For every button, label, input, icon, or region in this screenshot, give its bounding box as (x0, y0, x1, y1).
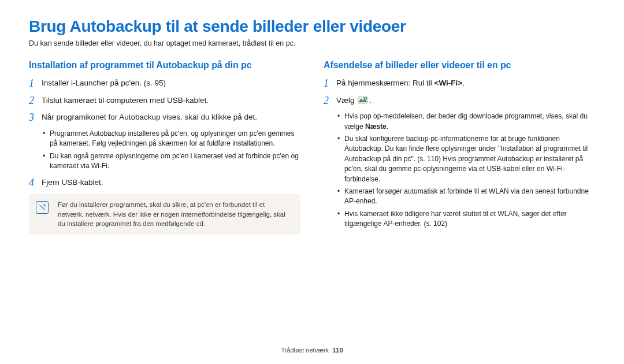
step-text: På hjemmeskærmen: Rul til <Wi-Fi>. (336, 77, 595, 89)
list-item: Kameraet forsøger automatisk at forbinde… (337, 187, 595, 207)
right-heading: Afsendelse af billeder eller videoer til… (324, 60, 595, 70)
wifi-label: <Wi-Fi> (434, 79, 463, 87)
svg-point-3 (365, 98, 366, 99)
page-title: Brug Autobackup til at sende billeder el… (29, 17, 595, 36)
step-text: Installer i-Launcher på pc'en. (s. 95) (42, 77, 300, 89)
left-column: Installation af programmet til Autobacku… (29, 60, 300, 235)
page-intro: Du kan sende billeder eller videoer, du … (29, 39, 595, 47)
right-step-2: 2 Vælg . (324, 95, 595, 107)
left-step-4: 4 Fjern USB-kablet. (29, 177, 300, 190)
note-box: Før du installerer programmet, skal du s… (29, 194, 300, 235)
list-item: Du kan også gemme oplysningerne om pc'en… (43, 151, 300, 172)
autobackup-icon (358, 96, 368, 107)
note-text: Før du installerer programmet, skal du s… (58, 201, 285, 227)
step-number: 1 (324, 77, 336, 90)
right-step-2-sublist: Hvis pop op-meddelelsen, der beder dig d… (337, 112, 595, 229)
footer-page-number: 110 (332, 347, 343, 354)
step-text: Tilslut kameraet til computeren med USB-… (42, 95, 300, 106)
page-footer: Trådløst netværk 110 (0, 347, 624, 354)
left-step-1: 1 Installer i-Launcher på pc'en. (s. 95) (29, 77, 300, 90)
step-text: Vælg . (336, 95, 595, 107)
right-step-1: 1 På hjemmeskærmen: Rul til <Wi-Fi>. (324, 77, 595, 90)
step-number: 1 (29, 77, 42, 90)
left-step-3-sublist: Programmet Autobackup installeres på pc'… (43, 129, 300, 172)
left-heading: Installation af programmet til Autobacku… (29, 60, 300, 70)
list-item: Programmet Autobackup installeres på pc'… (43, 129, 300, 149)
step-text: Fjern USB-kablet. (42, 177, 300, 188)
step-text: Når programikonet for Autobackup vises, … (42, 112, 300, 123)
two-column-layout: Installation af programmet til Autobacku… (29, 60, 595, 235)
list-item: Hvis kameraet ikke tidligere har været s… (337, 209, 595, 229)
list-item: Du skal konfigurere backup-pc-informatio… (337, 134, 595, 184)
step-number: 4 (29, 177, 42, 190)
footer-section: Trådløst netværk (281, 347, 329, 354)
step-number: 2 (29, 95, 42, 107)
left-step-3: 3 Når programikonet for Autobackup vises… (29, 112, 300, 124)
manual-page: Brug Autobackup til at sende billeder el… (0, 0, 624, 364)
note-icon (36, 201, 49, 214)
step-number: 3 (29, 112, 42, 124)
left-step-2: 2 Tilslut kameraet til computeren med US… (29, 95, 300, 107)
list-item: Hvis pop op-meddelelsen, der beder dig d… (337, 112, 595, 132)
step-number: 2 (324, 95, 336, 107)
next-label: Næste (365, 122, 387, 131)
right-column: Afsendelse af billeder eller videoer til… (324, 60, 595, 235)
